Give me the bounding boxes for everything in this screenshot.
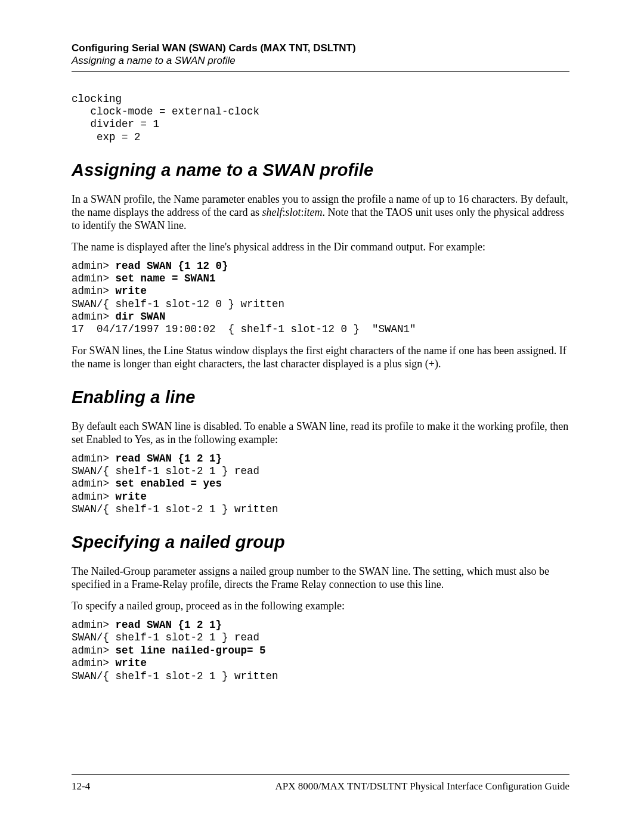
code-block-enable: admin> read SWAN {1 2 1} SWAN/{ shelf-1 … bbox=[72, 453, 569, 516]
page: Configuring Serial WAN (SWAN) Cards (MAX… bbox=[0, 0, 644, 833]
footer-title: APX 8000/MAX TNT/DSLTNT Physical Interfa… bbox=[275, 781, 569, 792]
page-number: 12-4 bbox=[72, 781, 90, 792]
header-title: Configuring Serial WAN (SWAN) Cards (MAX… bbox=[72, 42, 569, 54]
paragraph: To specify a nailed group, proceed as in… bbox=[72, 600, 569, 613]
code-block-swan-name: admin> read SWAN {1 12 0} admin> set nam… bbox=[72, 260, 569, 336]
section-heading-enabling: Enabling a line bbox=[72, 388, 569, 407]
paragraph: For SWAN lines, the Line Status window d… bbox=[72, 345, 569, 371]
paragraph: The name is displayed after the line's p… bbox=[72, 241, 569, 254]
paragraph: By default each SWAN line is disabled. T… bbox=[72, 420, 569, 447]
paragraph: The Nailed-Group parameter assigns a nai… bbox=[72, 565, 569, 592]
paragraph: In a SWAN profile, the Name parameter en… bbox=[72, 193, 569, 233]
code-block-clocking: clocking clock-mode = external-clock div… bbox=[72, 93, 569, 144]
section-heading-assigning: Assigning a name to a SWAN profile bbox=[72, 160, 569, 180]
text-italic: shelf bbox=[262, 206, 282, 218]
text-italic: item bbox=[304, 206, 322, 218]
header-subtitle: Assigning a name to a SWAN profile bbox=[72, 54, 569, 67]
text-italic: slot bbox=[285, 206, 301, 218]
running-header: Configuring Serial WAN (SWAN) Cards (MAX… bbox=[72, 42, 569, 67]
code-block-nailed: admin> read SWAN {1 2 1} SWAN/{ shelf-1 … bbox=[72, 619, 569, 683]
footer-rule bbox=[72, 774, 569, 775]
section-heading-nailed: Specifying a nailed group bbox=[72, 532, 569, 552]
footer: 12-4 APX 8000/MAX TNT/DSLTNT Physical In… bbox=[72, 774, 569, 792]
